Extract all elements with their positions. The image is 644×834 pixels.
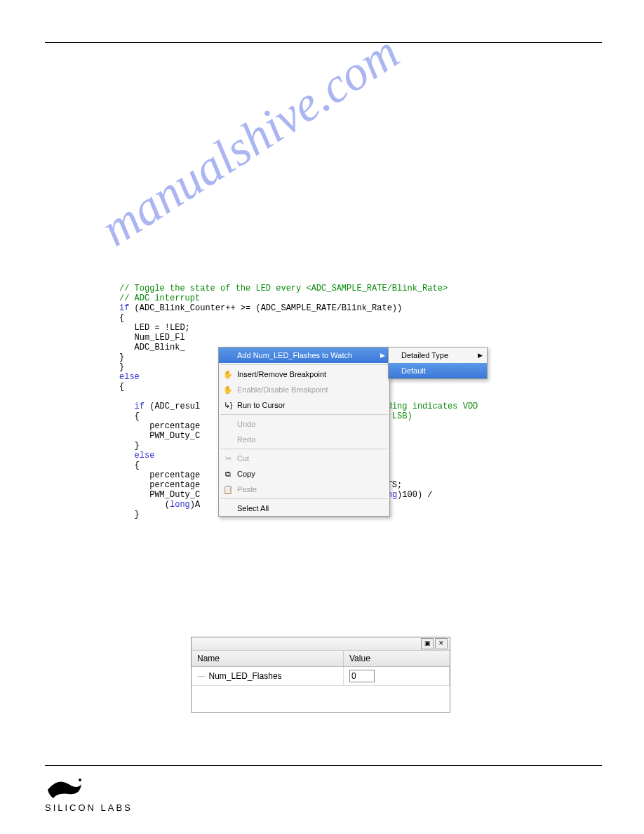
- svg-point-0: [79, 779, 81, 781]
- menu-label: Paste: [237, 485, 385, 494]
- silicon-labs-text: SILICON LABS: [45, 802, 602, 813]
- code-text: }: [119, 441, 140, 451]
- code-text: Num_LED_Fl: [119, 333, 185, 343]
- menu-item-enable-breakpoint[interactable]: ✋ Enable/Disable Breakpoint: [219, 382, 389, 397]
- watch-row[interactable]: ······· Num_LED_Flashes: [192, 667, 450, 686]
- code-text: )100) /: [397, 490, 432, 500]
- blank-icon: [222, 418, 234, 430]
- menu-item-undo[interactable]: Undo: [219, 416, 389, 432]
- watch-body: ······· Num_LED_Flashes: [192, 667, 450, 712]
- watch-window: ▣ ✕ Name Value ······· Num_LED_Flashes: [191, 637, 450, 713]
- code-text: }: [119, 352, 124, 362]
- watermark: manualshive.com: [91, 24, 409, 258]
- code-text: {: [119, 411, 140, 421]
- watch-value-input[interactable]: [349, 670, 375, 682]
- blank-icon: [222, 503, 234, 514]
- code-keyword: else: [119, 451, 154, 461]
- menu-label: Run to Cursor: [237, 401, 385, 409]
- menu-item-insert-breakpoint[interactable]: ✋ Insert/Remove Breakpoint: [219, 366, 389, 382]
- scissors-icon: ✂: [222, 453, 234, 464]
- menu-item-cut[interactable]: ✂ Cut: [219, 451, 389, 466]
- menu-label: Default: [401, 366, 483, 375]
- top-rule: [45, 42, 602, 43]
- code-text: {: [119, 461, 140, 470]
- code-text: (: [119, 500, 170, 510]
- menu-item-add-watch[interactable]: Add Num_LED_Flashes to Watch ▶: [219, 348, 389, 363]
- watch-column-value[interactable]: Value: [344, 651, 450, 666]
- tree-dots-icon: ·······: [197, 673, 205, 680]
- menu-label: Select All: [237, 504, 385, 512]
- silicon-labs-logo: [45, 774, 602, 802]
- copy-icon: ⧉: [222, 468, 234, 479]
- menu-label: Redo: [237, 435, 385, 444]
- menu-item-run-to-cursor[interactable]: ↳} Run to Cursor: [219, 397, 389, 413]
- paste-icon: 📋: [222, 484, 234, 495]
- code-text: (ADC_resul: [145, 402, 200, 411]
- code-text: }: [119, 510, 140, 519]
- menu-separator: [220, 414, 388, 415]
- code-text: ADC_Blink_: [119, 343, 185, 352]
- context-submenu[interactable]: Detailed Type ▶ Default: [388, 347, 488, 379]
- code-keyword: if: [119, 303, 129, 313]
- code-keyword: long: [170, 500, 190, 510]
- code-text: {: [119, 382, 124, 392]
- blank-icon: [222, 434, 234, 445]
- watch-cell-value[interactable]: [344, 667, 450, 685]
- menu-separator: [220, 364, 388, 365]
- close-icon[interactable]: ✕: [435, 638, 448, 649]
- context-menu[interactable]: Add Num_LED_Flashes to Watch ▶ ✋ Insert/…: [218, 347, 390, 517]
- document-page: // Toggle the state of the LED every <AD…: [0, 0, 644, 834]
- menu-label: Enable/Disable Breakpoint: [237, 385, 385, 394]
- code-keyword: else: [119, 372, 140, 382]
- code-text: percentage: [119, 470, 200, 480]
- code-comment: // Toggle the state of the LED every <AD…: [119, 284, 448, 293]
- menu-label: Cut: [237, 454, 385, 463]
- code-text: percentage: [119, 421, 200, 431]
- code-text: LED = !LED;: [119, 323, 190, 333]
- footer: SILICON LABS: [45, 765, 602, 813]
- silicon-labs-mark-icon: [45, 774, 84, 802]
- menu-separator: [220, 449, 388, 449]
- menu-label: Copy: [237, 470, 385, 478]
- menu-label: Insert/Remove Breakpoint: [237, 370, 385, 378]
- menu-item-detailed-type[interactable]: Detailed Type ▶: [389, 348, 487, 363]
- menu-item-select-all[interactable]: Select All: [219, 501, 389, 516]
- chevron-right-icon: ▶: [380, 352, 385, 359]
- footer-rule: [45, 765, 602, 766]
- chevron-right-icon: ▶: [478, 352, 483, 359]
- code-comment: // ADC interrupt: [119, 293, 200, 303]
- menu-item-paste[interactable]: 📋 Paste: [219, 482, 389, 497]
- code-text: (ADC_Blink_Counter++ >= (ADC_SAMPLE_RATE…: [129, 303, 402, 313]
- watch-var-name: Num_LED_Flashes: [209, 671, 282, 681]
- menu-separator: [220, 498, 388, 499]
- code-text: PWM_Duty_C: [119, 490, 200, 500]
- menu-label: Detailed Type: [401, 351, 475, 359]
- watch-column-name[interactable]: Name: [192, 651, 344, 666]
- watch-cell-name: ······· Num_LED_Flashes: [192, 667, 344, 685]
- code-text: PWM_Duty_C: [119, 431, 200, 441]
- watch-window-titlebar: ▣ ✕: [192, 637, 450, 651]
- hand-disabled-icon: ✋: [222, 384, 234, 395]
- hand-icon: ✋: [222, 369, 234, 380]
- menu-item-copy[interactable]: ⧉ Copy: [219, 466, 389, 482]
- menu-label: Add Num_LED_Flashes to Watch: [237, 351, 377, 359]
- menu-item-default[interactable]: Default: [389, 363, 487, 378]
- watch-header-row: Name Value: [192, 651, 450, 667]
- code-keyword: if: [119, 402, 145, 411]
- code-text: {: [119, 313, 124, 323]
- code-text: )A: [190, 500, 200, 510]
- blank-icon: [222, 350, 234, 361]
- restore-icon[interactable]: ▣: [421, 638, 434, 649]
- menu-label: Undo: [237, 420, 385, 428]
- menu-item-redo[interactable]: Redo: [219, 432, 389, 447]
- run-to-cursor-icon: ↳}: [222, 399, 234, 411]
- code-text: percentage: [119, 480, 200, 490]
